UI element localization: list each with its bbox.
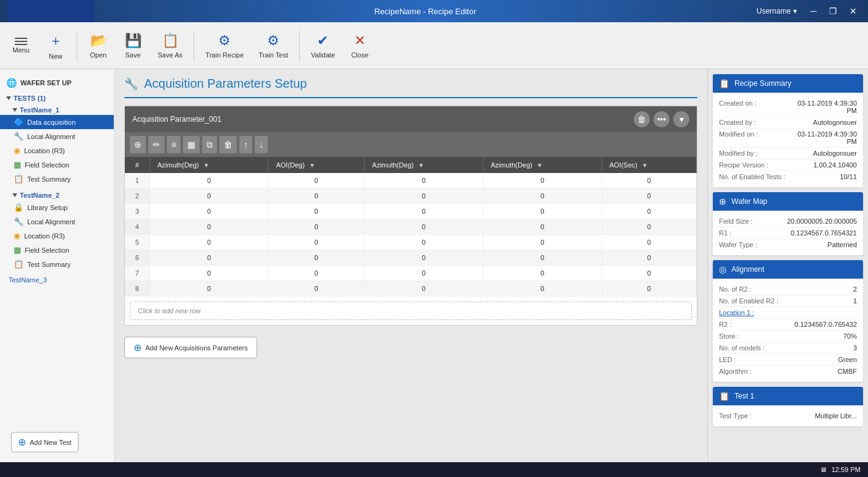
add-new-acquisitions-button[interactable]: ⊕ Add New Acquisitions Parameters	[124, 337, 257, 358]
table-cell-value[interactable]: 0	[364, 173, 483, 188]
alignment-location-link[interactable]: Location 1 :	[719, 309, 754, 316]
testname1-group[interactable]: TestName_1	[0, 103, 114, 115]
table-cell-value[interactable]: 0	[602, 173, 696, 188]
table-cell-value[interactable]: 0	[602, 250, 696, 266]
table-cell-index[interactable]: 1	[125, 173, 150, 188]
sidebar-item-field-selection-2[interactable]: ▦ Field Selection	[0, 243, 114, 257]
col-header-num[interactable]: #	[125, 157, 150, 173]
table-add-button[interactable]: ⊕	[130, 136, 146, 153]
param-delete-button[interactable]: 🗑	[634, 111, 650, 127]
table-cell-value[interactable]: 0	[268, 173, 364, 188]
sidebar-item-field-selection-1[interactable]: ▦ Field Selection	[0, 158, 114, 172]
save-button[interactable]: 💾 Save	[117, 26, 149, 65]
table-row[interactable]: 700000	[125, 266, 697, 281]
table-copy-button[interactable]: ⧉	[202, 136, 217, 153]
minimize-button[interactable]: ─	[807, 5, 820, 17]
table-cell-value[interactable]: 0	[483, 219, 602, 235]
table-cell-value[interactable]: 0	[483, 173, 602, 188]
new-button[interactable]: ＋ New	[40, 26, 72, 65]
table-cell-value[interactable]: 0	[150, 188, 268, 204]
open-button[interactable]: 📂 Open	[82, 26, 114, 65]
table-cell-index[interactable]: 8	[125, 281, 150, 297]
sidebar-item-testname3[interactable]: TestName_3	[0, 274, 114, 286]
table-cell-value[interactable]: 0	[364, 250, 483, 266]
col-header-azimuth2[interactable]: Azimuth(Deg) ▼	[364, 157, 483, 173]
add-row-hint[interactable]: Click to add new row	[130, 302, 692, 320]
sidebar-item-data-acquisition[interactable]: 🔷 Data acquisition	[0, 115, 114, 129]
table-cell-value[interactable]: 0	[483, 188, 602, 204]
table-cell-value[interactable]: 0	[364, 266, 483, 281]
sidebar-item-location-r3-1[interactable]: ◉ Location (R3)	[0, 143, 114, 158]
table-cell-value[interactable]: 0	[602, 266, 696, 281]
table-cell-value[interactable]: 0	[483, 235, 602, 250]
param-more-button[interactable]: •••	[653, 111, 670, 127]
table-row[interactable]: 400000	[125, 219, 697, 235]
table-cell-value[interactable]: 0	[150, 235, 268, 250]
table-row[interactable]: 600000	[125, 250, 697, 266]
table-cell-value[interactable]: 0	[602, 219, 696, 235]
table-cell-value[interactable]: 0	[150, 219, 268, 235]
table-cell-index[interactable]: 2	[125, 188, 150, 204]
table-row[interactable]: 500000	[125, 235, 697, 250]
table-row[interactable]: 300000	[125, 204, 697, 219]
close-window-button[interactable]: ✕	[846, 5, 861, 17]
traintest-button[interactable]: ⚙ Train Test	[252, 26, 294, 65]
table-cell-value[interactable]: 0	[602, 204, 696, 219]
sidebar-item-location-r3-2[interactable]: ◉ Location (R3)	[0, 229, 114, 243]
table-cell-index[interactable]: 6	[125, 250, 150, 266]
table-cell-value[interactable]: 0	[268, 188, 364, 204]
sidebar-item-test-summary-1[interactable]: 📋 Test Summary	[0, 172, 114, 186]
table-up-button[interactable]: ↑	[239, 136, 252, 153]
table-row[interactable]: 100000	[125, 173, 697, 188]
table-cell-value[interactable]: 0	[483, 250, 602, 266]
testname2-group[interactable]: TestName_2	[0, 188, 114, 200]
col-header-aoi1[interactable]: AOI(Deg) ▼	[268, 157, 364, 173]
table-cell-value[interactable]: 0	[364, 219, 483, 235]
tests-group-label[interactable]: TESTS (1)	[0, 91, 114, 103]
table-cell-value[interactable]: 0	[150, 173, 268, 188]
table-down-button[interactable]: ↓	[255, 136, 268, 153]
sidebar-item-test-summary-2[interactable]: 📋 Test Summary	[0, 257, 114, 271]
table-cell-value[interactable]: 0	[483, 204, 602, 219]
table-cell-value[interactable]: 0	[150, 266, 268, 281]
table-delete-button[interactable]: 🗑	[219, 136, 237, 153]
table-cell-value[interactable]: 0	[364, 281, 483, 297]
sidebar-item-local-alignment-1[interactable]: 🔧 Local Alignment	[0, 129, 114, 143]
validate-button[interactable]: ✔ Validate	[305, 26, 341, 65]
table-cell-value[interactable]: 0	[150, 204, 268, 219]
table-cell-index[interactable]: 3	[125, 204, 150, 219]
table-cell-value[interactable]: 0	[268, 250, 364, 266]
table-cell-value[interactable]: 0	[364, 188, 483, 204]
table-edit-button[interactable]: ✏	[148, 136, 164, 153]
add-new-test-button[interactable]: ⊕ Add New Test	[11, 432, 79, 452]
table-cell-value[interactable]: 0	[150, 281, 268, 297]
table-row[interactable]: 800000	[125, 281, 697, 297]
table-columns-button[interactable]: ≡	[167, 136, 181, 153]
param-expand-button[interactable]: ▾	[673, 111, 689, 127]
table-cell-value[interactable]: 0	[268, 266, 364, 281]
col-header-aoisec[interactable]: AOI(Sec) ▼	[602, 157, 696, 173]
table-cell-value[interactable]: 0	[150, 250, 268, 266]
table-cell-value[interactable]: 0	[483, 281, 602, 297]
table-row[interactable]: 200000	[125, 188, 697, 204]
saveas-button[interactable]: 📋 Save As	[151, 26, 189, 65]
table-cell-value[interactable]: 0	[602, 235, 696, 250]
table-cell-value[interactable]: 0	[268, 204, 364, 219]
close-button[interactable]: ✕ Close	[344, 26, 376, 65]
table-cell-value[interactable]: 0	[602, 188, 696, 204]
table-cell-value[interactable]: 0	[268, 281, 364, 297]
table-cell-value[interactable]: 0	[483, 266, 602, 281]
col-header-azimuth3[interactable]: Azimuth(Deg) ▼	[483, 157, 602, 173]
table-cell-index[interactable]: 5	[125, 235, 150, 250]
table-cell-index[interactable]: 4	[125, 219, 150, 235]
trainrecipe-button[interactable]: ⚙ Train Recipe	[199, 26, 250, 65]
sidebar-item-local-alignment-2[interactable]: 🔧 Local Alignment	[0, 214, 114, 229]
sidebar-item-library-setup[interactable]: 🔒 Library Setup	[0, 200, 114, 214]
username-button[interactable]: Username ▾	[757, 7, 797, 15]
table-grid-button[interactable]: ▦	[183, 136, 200, 153]
table-cell-value[interactable]: 0	[364, 204, 483, 219]
col-header-azimuth1[interactable]: Azimuth(Deg) ▼	[150, 157, 268, 173]
table-cell-value[interactable]: 0	[268, 219, 364, 235]
table-cell-value[interactable]: 0	[268, 235, 364, 250]
menu-button[interactable]: Menu	[5, 26, 37, 65]
